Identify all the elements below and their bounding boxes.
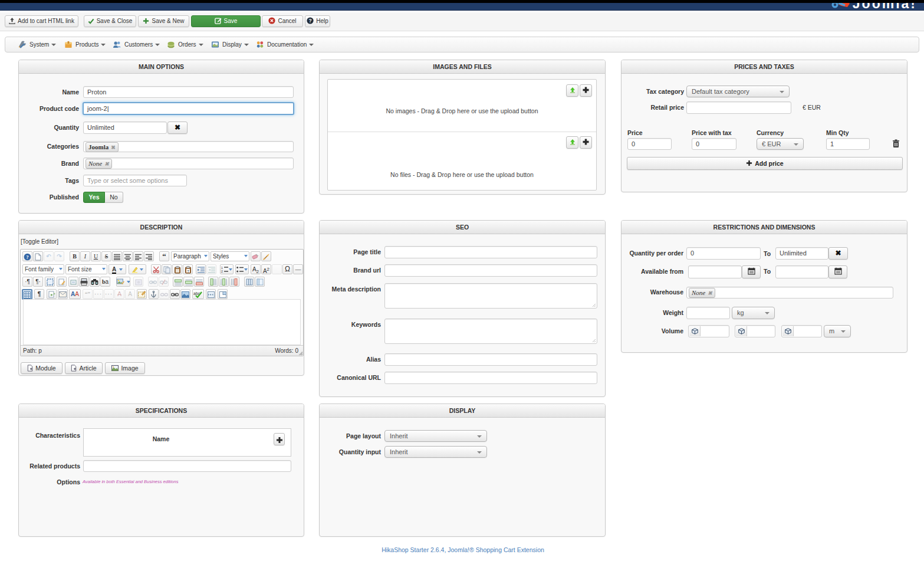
svg-text:?: ? [26, 254, 28, 260]
svg-text:?: ? [309, 18, 312, 24]
svg-text:T: T [187, 269, 189, 273]
svg-text:2: 2 [221, 270, 223, 273]
svg-text:1: 1 [221, 266, 223, 270]
